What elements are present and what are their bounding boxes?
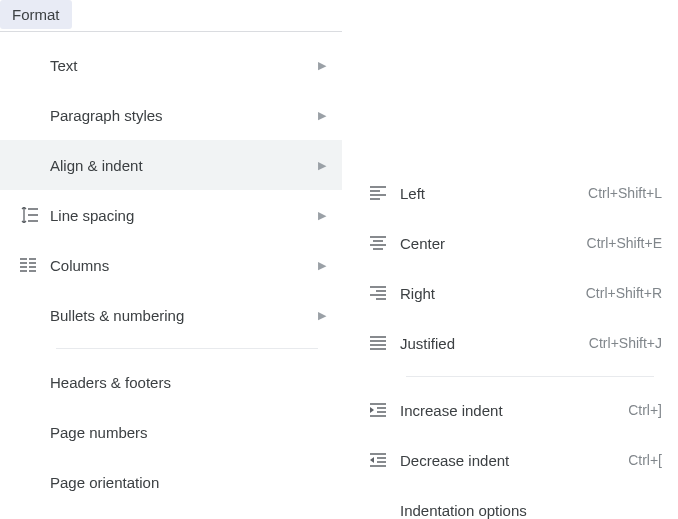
format-menu-button[interactable]: Format bbox=[0, 0, 72, 29]
format-dropdown: Text ▶ Paragraph styles ▶ Align & indent… bbox=[0, 31, 342, 515]
menu-item-label: Text bbox=[50, 57, 318, 74]
menu-item-label: Page orientation bbox=[50, 474, 326, 491]
blank-icon bbox=[20, 422, 50, 442]
shortcut-text: Ctrl+[ bbox=[628, 452, 662, 468]
blank-icon bbox=[20, 372, 50, 392]
columns-icon bbox=[20, 255, 50, 275]
chevron-right-icon: ▶ bbox=[318, 109, 326, 122]
shortcut-text: Ctrl+Shift+L bbox=[588, 185, 662, 201]
menu-item-columns[interactable]: Columns ▶ bbox=[0, 240, 342, 290]
blank-icon bbox=[20, 155, 50, 175]
chevron-right-icon: ▶ bbox=[318, 209, 326, 222]
submenu-item-decrease-indent[interactable]: Decrease indent Ctrl+[ bbox=[350, 435, 678, 485]
shortcut-text: Ctrl+Shift+R bbox=[586, 285, 662, 301]
align-justified-icon bbox=[370, 333, 400, 353]
submenu-item-indentation-options[interactable]: Indentation options bbox=[350, 485, 678, 519]
submenu-item-label: Center bbox=[400, 235, 571, 252]
submenu-item-label: Justified bbox=[400, 335, 573, 352]
chevron-right-icon: ▶ bbox=[318, 159, 326, 172]
menu-item-page-numbers[interactable]: Page numbers bbox=[0, 407, 342, 457]
blank-icon bbox=[20, 472, 50, 492]
menu-item-bullets-numbering[interactable]: Bullets & numbering ▶ bbox=[0, 290, 342, 340]
submenu-item-label: Decrease indent bbox=[400, 452, 612, 469]
submenu-item-label: Increase indent bbox=[400, 402, 612, 419]
submenu-item-justified[interactable]: Justified Ctrl+Shift+J bbox=[350, 318, 678, 368]
menu-item-label: Columns bbox=[50, 257, 318, 274]
align-center-icon bbox=[370, 233, 400, 253]
blank-icon bbox=[20, 55, 50, 75]
menu-item-label: Paragraph styles bbox=[50, 107, 318, 124]
shortcut-text: Ctrl+] bbox=[628, 402, 662, 418]
menu-item-label: Page numbers bbox=[50, 424, 326, 441]
menu-item-label: Line spacing bbox=[50, 207, 318, 224]
menu-item-label: Bullets & numbering bbox=[50, 307, 318, 324]
align-left-icon bbox=[370, 183, 400, 203]
align-indent-submenu: Left Ctrl+Shift+L Center Ctrl+Shift+E Ri… bbox=[350, 160, 678, 519]
submenu-item-right[interactable]: Right Ctrl+Shift+R bbox=[350, 268, 678, 318]
blank-icon bbox=[20, 305, 50, 325]
chevron-right-icon: ▶ bbox=[318, 309, 326, 322]
menu-item-align-indent[interactable]: Align & indent ▶ bbox=[0, 140, 342, 190]
line-spacing-icon bbox=[20, 205, 50, 225]
align-right-icon bbox=[370, 283, 400, 303]
menu-item-label: Headers & footers bbox=[50, 374, 326, 391]
chevron-right-icon: ▶ bbox=[318, 259, 326, 272]
menu-item-text[interactable]: Text ▶ bbox=[0, 40, 342, 90]
submenu-item-increase-indent[interactable]: Increase indent Ctrl+] bbox=[350, 385, 678, 435]
menu-item-paragraph-styles[interactable]: Paragraph styles ▶ bbox=[0, 90, 342, 140]
increase-indent-icon bbox=[370, 400, 400, 420]
menu-separator bbox=[56, 348, 318, 349]
menu-item-line-spacing[interactable]: Line spacing ▶ bbox=[0, 190, 342, 240]
menu-item-label: Align & indent bbox=[50, 157, 318, 174]
blank-icon bbox=[370, 500, 400, 519]
submenu-item-label: Indentation options bbox=[400, 502, 662, 519]
menu-separator bbox=[406, 376, 654, 377]
submenu-item-label: Right bbox=[400, 285, 570, 302]
menu-item-page-orientation[interactable]: Page orientation bbox=[0, 457, 342, 507]
submenu-item-left[interactable]: Left Ctrl+Shift+L bbox=[350, 168, 678, 218]
blank-icon bbox=[20, 105, 50, 125]
chevron-right-icon: ▶ bbox=[318, 59, 326, 72]
submenu-item-label: Left bbox=[400, 185, 572, 202]
menu-item-headers-footers[interactable]: Headers & footers bbox=[0, 357, 342, 407]
shortcut-text: Ctrl+Shift+J bbox=[589, 335, 662, 351]
shortcut-text: Ctrl+Shift+E bbox=[587, 235, 662, 251]
submenu-item-center[interactable]: Center Ctrl+Shift+E bbox=[350, 218, 678, 268]
decrease-indent-icon bbox=[370, 450, 400, 470]
